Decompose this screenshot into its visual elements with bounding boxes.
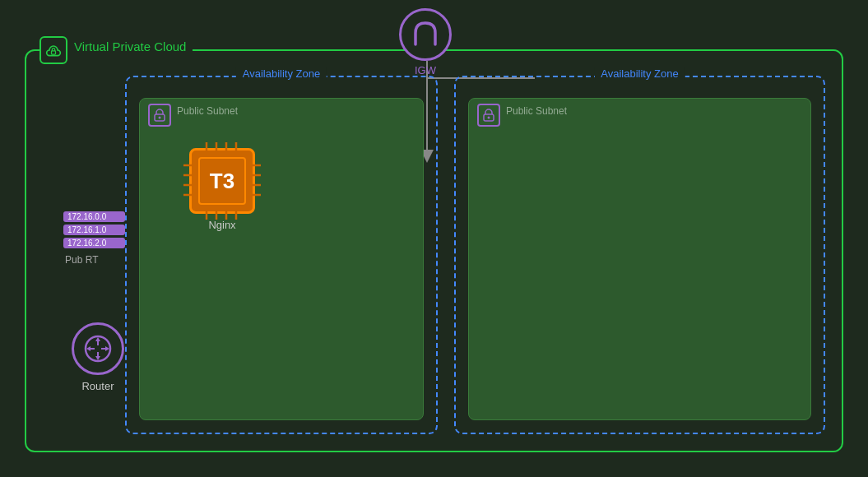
t3-chip: T3: [189, 148, 255, 214]
az-left: Availability Zone Public Subnet: [125, 76, 438, 434]
router-circle: [72, 322, 124, 375]
vpc-icon: [39, 36, 67, 64]
subnet-right-label: Public Subnet: [506, 105, 567, 117]
svg-marker-10: [86, 346, 91, 351]
az-left-label: Availability Zone: [236, 67, 327, 80]
svg-point-32: [488, 117, 490, 119]
vpc-box: Virtual Private Cloud 172.16.0.0 172.16.…: [25, 49, 843, 452]
pub-rt-container: 172.16.0.0 172.16.1.0 172.16.2.0 Pub RT: [63, 211, 125, 266]
pub-rt-label: Pub RT: [63, 254, 98, 266]
igw-label: IGW: [415, 64, 436, 76]
subnet-left: Public Subnet: [139, 98, 424, 420]
svg-marker-6: [95, 337, 100, 341]
vpc-label: Virtual Private Cloud: [67, 39, 193, 53]
route-badge-3: 172.16.2.0: [63, 238, 125, 248]
route-badge-2: 172.16.1.0: [63, 225, 125, 235]
subnet-lock-left: [148, 104, 171, 127]
subnet-lock-right: [477, 104, 500, 127]
instance-name-label: Nginx: [208, 219, 235, 231]
route-badge-1: 172.16.0.0: [63, 211, 125, 222]
main-canvas: Virtual Private Cloud 172.16.0.0 172.16.…: [0, 0, 868, 477]
svg-marker-8: [95, 356, 100, 360]
instance-container: T3 Nginx: [189, 148, 255, 231]
subnet-left-label: Public Subnet: [177, 105, 238, 117]
router-container: Router: [72, 322, 124, 392]
subnet-right: Public Subnet: [468, 98, 811, 420]
igw-container: IGW: [399, 8, 452, 76]
igw-circle: [399, 8, 452, 61]
az-right-label: Availability Zone: [594, 67, 685, 80]
svg-point-14: [159, 117, 161, 119]
instance-type-label: T3: [210, 169, 234, 194]
az-right: Availability Zone Public Subnet: [454, 76, 825, 434]
svg-marker-12: [105, 346, 109, 351]
svg-rect-3: [52, 51, 56, 54]
router-label: Router: [81, 380, 114, 392]
